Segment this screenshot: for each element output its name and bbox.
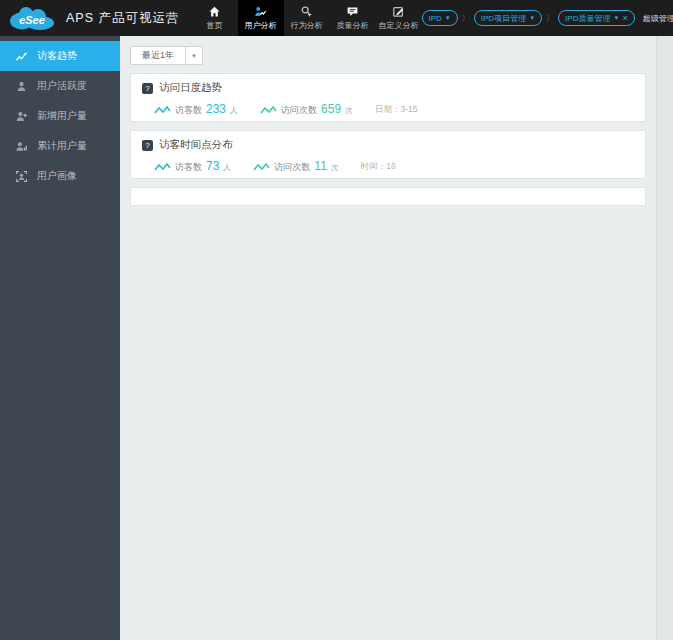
sidebar-item-user-portrait[interactable]: 用户画像 <box>0 161 120 191</box>
cloud-logo-icon: eSee <box>8 5 58 31</box>
zigzag-line-icon <box>154 162 171 172</box>
filter-pill[interactable]: IPD质量管理▼× <box>558 10 635 26</box>
new-user-icon <box>15 110 28 123</box>
date-range-label[interactable]: 最近1年 <box>130 46 186 65</box>
trend-icon <box>15 50 28 63</box>
sidebar-item-label: 累计用户量 <box>37 139 87 153</box>
sidebar-item-label: 访客趋势 <box>37 49 77 63</box>
chevron-down-icon[interactable]: ▼ <box>186 46 203 65</box>
legend-item[interactable]: 访问次数 11 次 <box>253 159 338 174</box>
total-users-icon <box>15 140 28 153</box>
chevron-down-icon[interactable]: ▼ <box>445 15 451 21</box>
filter-pill[interactable]: IPD项目管理▼ <box>474 10 542 26</box>
app-shell: 访客趋势用户活跃度新增用户量累计用户量用户画像 最近1年 ▼ ? 访问日度趋势 … <box>0 36 673 640</box>
legend-label: 访问次数 <box>281 104 317 117</box>
custom-analytics-icon <box>392 5 405 18</box>
legend-value: 73 <box>206 159 219 173</box>
legend-value: 233 <box>206 102 226 116</box>
active-user-icon <box>15 80 28 93</box>
nav-item-home[interactable]: 首页 <box>192 0 238 36</box>
sidebar-item-trend[interactable]: 访客趋势 <box>0 41 120 71</box>
help-icon[interactable]: ? <box>142 83 153 94</box>
sidebar-item-total-users[interactable]: 累计用户量 <box>0 131 120 161</box>
region-table-card <box>130 187 646 206</box>
chevron-down-icon[interactable]: ▼ <box>613 15 619 21</box>
quality-icon <box>346 5 359 18</box>
sidebar-item-label: 用户画像 <box>37 169 77 183</box>
hourly-distribution-legend: 访客数 73 人 访问次数 11 次时间：16 <box>154 159 634 174</box>
app-title: APS 产品可视运营 <box>66 10 180 27</box>
hourly-distribution-card: ? 访客时间点分布 访客数 73 人 访问次数 11 次时间：16 <box>130 130 646 179</box>
legend-unit: 次 <box>331 162 339 173</box>
user-analytics-icon <box>254 5 267 18</box>
sidebar: 访客趋势用户活跃度新增用户量累计用户量用户画像 <box>0 36 120 640</box>
filter-pill-label: IPD项目管理 <box>481 13 526 24</box>
daily-trend-card: ? 访问日度趋势 访客数 233 人 访问次数 659 次日期：3-15 <box>130 73 646 122</box>
legend-unit: 人 <box>223 162 231 173</box>
nav-item-behavior[interactable]: 行为分析 <box>284 0 330 36</box>
nav-item-quality[interactable]: 质量分析 <box>330 0 376 36</box>
legend-item[interactable]: 访客数 233 人 <box>154 102 238 117</box>
sidebar-item-label: 用户活跃度 <box>37 79 87 93</box>
legend-unit: 人 <box>230 105 238 116</box>
page-scrollbar[interactable] <box>656 36 673 640</box>
sidebar-item-label: 新增用户量 <box>37 109 87 123</box>
nav-item-label: 行为分析 <box>291 20 323 31</box>
top-navigation: 首页用户分析行为分析质量分析自定义分析 <box>192 0 422 36</box>
hourly-distribution-title: 访客时间点分布 <box>159 138 233 152</box>
nav-item-label: 自定义分析 <box>379 20 419 31</box>
sidebar-item-new-user[interactable]: 新增用户量 <box>0 101 120 131</box>
legend-label: 访客数 <box>175 104 202 117</box>
help-icon[interactable]: ? <box>142 140 153 151</box>
topbar: eSee APS 产品可视运营 首页用户分析行为分析质量分析自定义分析 IPD▼… <box>0 0 673 36</box>
zigzag-line-icon <box>253 162 270 172</box>
user-role-label: 超级管理员 <box>643 13 673 24</box>
svg-text:eSee: eSee <box>19 14 45 26</box>
breadcrumb-separator: 〉 <box>546 13 554 24</box>
legend-value: 659 <box>321 102 341 116</box>
main-content: 最近1年 ▼ ? 访问日度趋势 访客数 233 人 访问次数 659 次日期：3… <box>120 36 656 640</box>
legend-item[interactable]: 访客数 73 人 <box>154 159 231 174</box>
filter-breadcrumb: IPD▼〉IPD项目管理▼〉IPD质量管理▼× <box>422 10 635 26</box>
daily-trend-title: 访问日度趋势 <box>159 81 222 95</box>
home-icon <box>208 5 221 18</box>
behavior-icon <box>300 5 313 18</box>
nav-item-custom-analytics[interactable]: 自定义分析 <box>376 0 422 36</box>
filter-pill-label: IPD <box>429 14 442 23</box>
hover-info-label: 时间：16 <box>361 161 396 173</box>
nav-item-user-analytics[interactable]: 用户分析 <box>238 0 284 36</box>
legend-value: 11 <box>314 159 326 173</box>
legend-label: 访客数 <box>175 161 202 174</box>
legend-label: 访问次数 <box>274 161 310 174</box>
nav-item-label: 首页 <box>207 20 223 31</box>
nav-item-label: 质量分析 <box>337 20 369 31</box>
esee-logo[interactable]: eSee <box>0 5 62 31</box>
sidebar-item-active-user[interactable]: 用户活跃度 <box>0 71 120 101</box>
date-range-dropdown[interactable]: 最近1年 ▼ <box>130 46 203 65</box>
hover-info-label: 日期：3-15 <box>375 104 418 116</box>
zigzag-line-icon <box>260 105 277 115</box>
user-portrait-icon <box>15 170 28 183</box>
legend-item[interactable]: 访问次数 659 次 <box>260 102 353 117</box>
filter-pill[interactable]: IPD▼ <box>422 10 458 26</box>
legend-unit: 次 <box>345 105 353 116</box>
close-icon[interactable]: × <box>622 14 627 23</box>
chevron-down-icon[interactable]: ▼ <box>529 15 535 21</box>
filter-pill-label: IPD质量管理 <box>565 13 610 24</box>
zigzag-line-icon <box>154 105 171 115</box>
daily-trend-legend: 访客数 233 人 访问次数 659 次日期：3-15 <box>154 102 634 117</box>
breadcrumb-separator: 〉 <box>462 13 470 24</box>
topbar-right: IPD▼〉IPD项目管理▼〉IPD质量管理▼× 超级管理员 <box>422 10 673 26</box>
nav-item-label: 用户分析 <box>245 20 277 31</box>
